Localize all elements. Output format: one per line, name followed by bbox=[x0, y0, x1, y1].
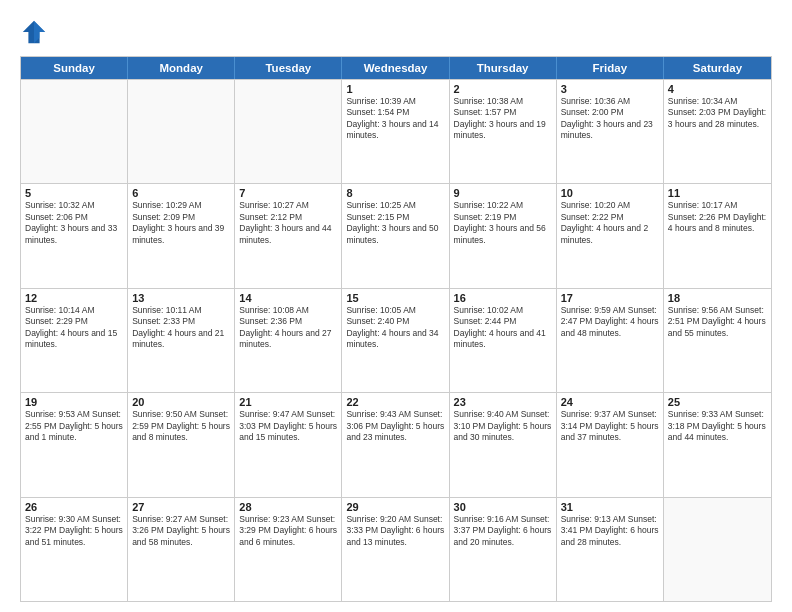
day-number: 29 bbox=[346, 501, 444, 513]
day-number: 11 bbox=[668, 187, 767, 199]
day-number: 28 bbox=[239, 501, 337, 513]
day-info: Sunrise: 10:17 AM Sunset: 2:26 PM Daylig… bbox=[668, 200, 767, 234]
calendar-cell: 22Sunrise: 9:43 AM Sunset: 3:06 PM Dayli… bbox=[342, 393, 449, 496]
header-day-monday: Monday bbox=[128, 57, 235, 79]
calendar-week-2: 5Sunrise: 10:32 AM Sunset: 2:06 PM Dayli… bbox=[21, 183, 771, 287]
header-day-tuesday: Tuesday bbox=[235, 57, 342, 79]
day-number: 14 bbox=[239, 292, 337, 304]
calendar-week-4: 19Sunrise: 9:53 AM Sunset: 2:55 PM Dayli… bbox=[21, 392, 771, 496]
day-number: 31 bbox=[561, 501, 659, 513]
calendar-cell bbox=[21, 80, 128, 183]
calendar-cell: 10Sunrise: 10:20 AM Sunset: 2:22 PM Dayl… bbox=[557, 184, 664, 287]
calendar-week-3: 12Sunrise: 10:14 AM Sunset: 2:29 PM Dayl… bbox=[21, 288, 771, 392]
day-info: Sunrise: 9:16 AM Sunset: 3:37 PM Dayligh… bbox=[454, 514, 552, 548]
calendar-cell: 7Sunrise: 10:27 AM Sunset: 2:12 PM Dayli… bbox=[235, 184, 342, 287]
calendar-cell: 14Sunrise: 10:08 AM Sunset: 2:36 PM Dayl… bbox=[235, 289, 342, 392]
day-number: 23 bbox=[454, 396, 552, 408]
header-day-sunday: Sunday bbox=[21, 57, 128, 79]
day-info: Sunrise: 9:13 AM Sunset: 3:41 PM Dayligh… bbox=[561, 514, 659, 548]
day-info: Sunrise: 9:37 AM Sunset: 3:14 PM Dayligh… bbox=[561, 409, 659, 443]
day-number: 17 bbox=[561, 292, 659, 304]
calendar-cell: 3Sunrise: 10:36 AM Sunset: 2:00 PM Dayli… bbox=[557, 80, 664, 183]
day-number: 15 bbox=[346, 292, 444, 304]
day-number: 30 bbox=[454, 501, 552, 513]
calendar-cell: 16Sunrise: 10:02 AM Sunset: 2:44 PM Dayl… bbox=[450, 289, 557, 392]
day-info: Sunrise: 10:25 AM Sunset: 2:15 PM Daylig… bbox=[346, 200, 444, 246]
day-info: Sunrise: 10:34 AM Sunset: 2:03 PM Daylig… bbox=[668, 96, 767, 130]
day-number: 10 bbox=[561, 187, 659, 199]
calendar-cell: 1Sunrise: 10:39 AM Sunset: 1:54 PM Dayli… bbox=[342, 80, 449, 183]
day-info: Sunrise: 9:27 AM Sunset: 3:26 PM Dayligh… bbox=[132, 514, 230, 548]
day-info: Sunrise: 10:36 AM Sunset: 2:00 PM Daylig… bbox=[561, 96, 659, 142]
day-info: Sunrise: 10:38 AM Sunset: 1:57 PM Daylig… bbox=[454, 96, 552, 142]
calendar: SundayMondayTuesdayWednesdayThursdayFrid… bbox=[20, 56, 772, 602]
day-info: Sunrise: 10:27 AM Sunset: 2:12 PM Daylig… bbox=[239, 200, 337, 246]
calendar-cell bbox=[235, 80, 342, 183]
day-info: Sunrise: 10:32 AM Sunset: 2:06 PM Daylig… bbox=[25, 200, 123, 246]
calendar-cell: 4Sunrise: 10:34 AM Sunset: 2:03 PM Dayli… bbox=[664, 80, 771, 183]
day-info: Sunrise: 10:14 AM Sunset: 2:29 PM Daylig… bbox=[25, 305, 123, 351]
calendar-cell: 29Sunrise: 9:20 AM Sunset: 3:33 PM Dayli… bbox=[342, 498, 449, 601]
calendar-cell: 12Sunrise: 10:14 AM Sunset: 2:29 PM Dayl… bbox=[21, 289, 128, 392]
day-number: 6 bbox=[132, 187, 230, 199]
logo-icon bbox=[20, 18, 48, 46]
calendar-cell: 9Sunrise: 10:22 AM Sunset: 2:19 PM Dayli… bbox=[450, 184, 557, 287]
day-info: Sunrise: 10:22 AM Sunset: 2:19 PM Daylig… bbox=[454, 200, 552, 246]
day-number: 27 bbox=[132, 501, 230, 513]
day-info: Sunrise: 9:59 AM Sunset: 2:47 PM Dayligh… bbox=[561, 305, 659, 339]
day-number: 25 bbox=[668, 396, 767, 408]
calendar-cell: 13Sunrise: 10:11 AM Sunset: 2:33 PM Dayl… bbox=[128, 289, 235, 392]
day-number: 7 bbox=[239, 187, 337, 199]
day-info: Sunrise: 10:20 AM Sunset: 2:22 PM Daylig… bbox=[561, 200, 659, 246]
day-number: 8 bbox=[346, 187, 444, 199]
day-number: 1 bbox=[346, 83, 444, 95]
day-number: 24 bbox=[561, 396, 659, 408]
day-number: 13 bbox=[132, 292, 230, 304]
header-day-saturday: Saturday bbox=[664, 57, 771, 79]
calendar-cell: 23Sunrise: 9:40 AM Sunset: 3:10 PM Dayli… bbox=[450, 393, 557, 496]
calendar-cell: 25Sunrise: 9:33 AM Sunset: 3:18 PM Dayli… bbox=[664, 393, 771, 496]
day-info: Sunrise: 9:50 AM Sunset: 2:59 PM Dayligh… bbox=[132, 409, 230, 443]
day-info: Sunrise: 10:11 AM Sunset: 2:33 PM Daylig… bbox=[132, 305, 230, 351]
calendar-cell: 27Sunrise: 9:27 AM Sunset: 3:26 PM Dayli… bbox=[128, 498, 235, 601]
calendar-cell: 21Sunrise: 9:47 AM Sunset: 3:03 PM Dayli… bbox=[235, 393, 342, 496]
day-number: 19 bbox=[25, 396, 123, 408]
calendar-cell: 11Sunrise: 10:17 AM Sunset: 2:26 PM Dayl… bbox=[664, 184, 771, 287]
day-number: 22 bbox=[346, 396, 444, 408]
day-info: Sunrise: 10:39 AM Sunset: 1:54 PM Daylig… bbox=[346, 96, 444, 142]
calendar-cell: 15Sunrise: 10:05 AM Sunset: 2:40 PM Dayl… bbox=[342, 289, 449, 392]
day-info: Sunrise: 9:53 AM Sunset: 2:55 PM Dayligh… bbox=[25, 409, 123, 443]
calendar-cell: 28Sunrise: 9:23 AM Sunset: 3:29 PM Dayli… bbox=[235, 498, 342, 601]
calendar-cell: 24Sunrise: 9:37 AM Sunset: 3:14 PM Dayli… bbox=[557, 393, 664, 496]
calendar-cell: 6Sunrise: 10:29 AM Sunset: 2:09 PM Dayli… bbox=[128, 184, 235, 287]
header-day-friday: Friday bbox=[557, 57, 664, 79]
calendar-cell: 20Sunrise: 9:50 AM Sunset: 2:59 PM Dayli… bbox=[128, 393, 235, 496]
day-info: Sunrise: 9:20 AM Sunset: 3:33 PM Dayligh… bbox=[346, 514, 444, 548]
day-info: Sunrise: 9:43 AM Sunset: 3:06 PM Dayligh… bbox=[346, 409, 444, 443]
header-day-thursday: Thursday bbox=[450, 57, 557, 79]
calendar-cell: 5Sunrise: 10:32 AM Sunset: 2:06 PM Dayli… bbox=[21, 184, 128, 287]
day-info: Sunrise: 9:30 AM Sunset: 3:22 PM Dayligh… bbox=[25, 514, 123, 548]
day-info: Sunrise: 10:05 AM Sunset: 2:40 PM Daylig… bbox=[346, 305, 444, 351]
day-info: Sunrise: 10:02 AM Sunset: 2:44 PM Daylig… bbox=[454, 305, 552, 351]
day-number: 16 bbox=[454, 292, 552, 304]
day-info: Sunrise: 9:56 AM Sunset: 2:51 PM Dayligh… bbox=[668, 305, 767, 339]
calendar-week-1: 1Sunrise: 10:39 AM Sunset: 1:54 PM Dayli… bbox=[21, 79, 771, 183]
calendar-header-row: SundayMondayTuesdayWednesdayThursdayFrid… bbox=[21, 57, 771, 79]
calendar-cell: 8Sunrise: 10:25 AM Sunset: 2:15 PM Dayli… bbox=[342, 184, 449, 287]
calendar-cell bbox=[128, 80, 235, 183]
day-number: 18 bbox=[668, 292, 767, 304]
page: SundayMondayTuesdayWednesdayThursdayFrid… bbox=[0, 0, 792, 612]
day-number: 9 bbox=[454, 187, 552, 199]
header bbox=[20, 18, 772, 46]
calendar-cell: 17Sunrise: 9:59 AM Sunset: 2:47 PM Dayli… bbox=[557, 289, 664, 392]
day-info: Sunrise: 10:29 AM Sunset: 2:09 PM Daylig… bbox=[132, 200, 230, 246]
day-number: 20 bbox=[132, 396, 230, 408]
day-number: 5 bbox=[25, 187, 123, 199]
calendar-cell: 18Sunrise: 9:56 AM Sunset: 2:51 PM Dayli… bbox=[664, 289, 771, 392]
day-number: 12 bbox=[25, 292, 123, 304]
day-number: 4 bbox=[668, 83, 767, 95]
calendar-body: 1Sunrise: 10:39 AM Sunset: 1:54 PM Dayli… bbox=[21, 79, 771, 601]
day-number: 21 bbox=[239, 396, 337, 408]
calendar-cell: 2Sunrise: 10:38 AM Sunset: 1:57 PM Dayli… bbox=[450, 80, 557, 183]
